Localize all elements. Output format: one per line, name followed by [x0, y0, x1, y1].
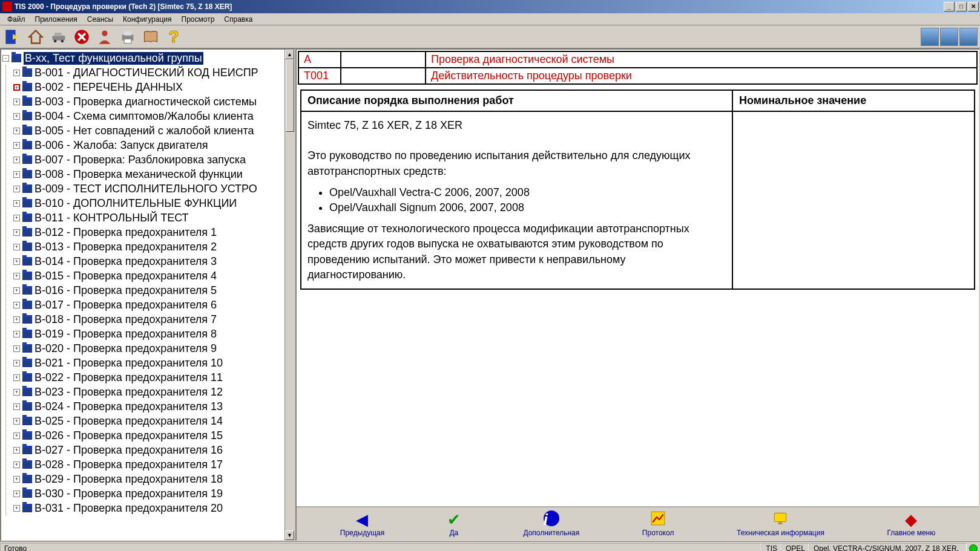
tree-item[interactable]: +B-016 - Проверка предохранителя 5	[13, 283, 283, 298]
expand-icon[interactable]: +	[13, 476, 20, 483]
expand-icon[interactable]: +	[13, 186, 20, 192]
tree-item[interactable]: +B-013 - Проверка предохранителя 2	[13, 240, 283, 254]
collapse-icon[interactable]: -	[2, 55, 9, 62]
tree-item[interactable]: +B-031 - Проверка предохранителя 20	[13, 501, 283, 515]
expand-icon[interactable]: +	[13, 244, 20, 250]
menu-file[interactable]: Файл	[2, 14, 30, 25]
folder-icon	[22, 489, 32, 498]
expand-icon[interactable]: +	[13, 461, 20, 468]
expand-icon[interactable]: +	[13, 215, 20, 221]
tree-item[interactable]: +B-004 - Схема симптомов/Жалобы клиента	[13, 109, 283, 123]
expand-icon[interactable]: +	[13, 389, 20, 396]
tree-item[interactable]: +B-024 - Проверка предохранителя 13	[13, 399, 283, 414]
scroll-thumb[interactable]	[286, 59, 294, 132]
expand-icon[interactable]: +	[13, 360, 20, 367]
menu-config[interactable]: Конфигурация	[118, 14, 177, 25]
expand-icon[interactable]: +	[13, 157, 20, 163]
tree-item-label: B-028 - Проверка предохранителя 17	[35, 458, 223, 471]
tree-item[interactable]: +B-017 - Проверка предохранителя 6	[13, 298, 283, 312]
right-tool-2[interactable]	[940, 28, 958, 46]
expand-icon[interactable]: +	[13, 287, 20, 294]
extra-button[interactable]: i Дополнительная	[523, 510, 579, 537]
book-icon[interactable]	[140, 27, 161, 47]
scroll-down-icon[interactable]: ▼	[285, 530, 294, 540]
tree-item[interactable]: +B-010 - ДОПОЛНИТЕЛЬНЫЕ ФУНКЦИИ	[13, 196, 283, 210]
tree-item[interactable]: +B-025 - Проверка предохранителя 14	[13, 414, 283, 428]
tree-item[interactable]: +B-002 - ПЕРЕЧЕНЬ ДАННЫХ	[13, 80, 283, 94]
tree-item[interactable]: +B-001 - ДИАГНОСТИЧЕСКИЙ КОД НЕИСПР	[13, 65, 283, 80]
expand-icon[interactable]: +	[13, 128, 20, 134]
menu-apps[interactable]: Приложения	[30, 14, 82, 25]
tree-item[interactable]: +B-019 - Проверка предохранителя 8	[13, 327, 283, 341]
tree-item[interactable]: +B-009 - ТЕСТ ИСПОЛНИТЕЛЬНОГО УСТРО	[13, 181, 283, 196]
scroll-up-icon[interactable]: ▲	[285, 50, 294, 59]
tree-item[interactable]: +B-012 - Проверка предохранителя 1	[13, 225, 283, 240]
expand-icon[interactable]: +	[13, 99, 20, 105]
expand-icon[interactable]: +	[13, 113, 20, 120]
stop-icon[interactable]	[71, 27, 92, 47]
tree-item[interactable]: +B-023 - Проверка предохранителя 12	[13, 385, 283, 399]
menu-help[interactable]: Справка	[219, 14, 257, 25]
techinfo-button[interactable]: Техническая информация	[737, 510, 824, 537]
tree-item[interactable]: +B-027 - Проверка предохранителя 16	[13, 443, 283, 457]
expand-icon[interactable]: +	[13, 331, 20, 337]
tree-item[interactable]: +B-014 - Проверка предохранителя 3	[13, 254, 283, 269]
expand-icon[interactable]: +	[13, 447, 20, 454]
menu-sessions[interactable]: Сеансы	[82, 14, 118, 25]
minimize-button[interactable]: _	[944, 2, 955, 11]
tree-item[interactable]: +B-026 - Проверка предохранителя 15	[13, 428, 283, 443]
tree-item[interactable]: +B-007 - Проверка: Разблокировка запуска	[13, 152, 283, 167]
expand-icon[interactable]: +	[13, 142, 20, 149]
expand-icon[interactable]: +	[13, 229, 20, 236]
expand-icon[interactable]: +	[13, 432, 20, 439]
tree-item[interactable]: +B-008 - Проверка механической функции	[13, 167, 283, 181]
tree-item[interactable]: +B-030 - Проверка предохранителя 19	[13, 486, 283, 501]
tree-item[interactable]: +B-006 - Жалоба: Запуск двигателя	[13, 138, 283, 152]
right-tool-3[interactable]	[959, 28, 978, 46]
exit-icon[interactable]	[2, 27, 23, 47]
expand-icon[interactable]: +	[13, 505, 20, 512]
tree-item[interactable]: +B-021 - Проверка предохранителя 10	[13, 356, 283, 370]
expand-icon[interactable]: +	[13, 316, 20, 323]
help-icon[interactable]: ?	[163, 27, 184, 47]
maximize-button[interactable]: □	[956, 2, 967, 11]
tree-item[interactable]: +B-022 - Проверка предохранителя 11	[13, 370, 283, 385]
expand-icon[interactable]: +	[13, 345, 20, 352]
person-icon[interactable]	[94, 27, 115, 47]
tree-item[interactable]: +B-018 - Проверка предохранителя 7	[13, 312, 283, 327]
mainmenu-button[interactable]: ◆ Главное меню	[887, 510, 935, 537]
expand-icon[interactable]: +	[13, 418, 20, 425]
tree-item[interactable]: +B-028 - Проверка предохранителя 17	[13, 457, 283, 472]
expand-icon[interactable]: +	[13, 258, 20, 265]
prev-button[interactable]: ◀ Предыдущая	[340, 510, 384, 537]
expand-icon[interactable]: +	[13, 273, 20, 279]
tree-item[interactable]: +B-015 - Проверка предохранителя 4	[13, 269, 283, 283]
tree-item[interactable]: +B-011 - КОНТРОЛЬНЫЙ ТЕСТ	[13, 210, 283, 225]
expand-icon[interactable]: +	[13, 374, 20, 381]
expand-icon[interactable]: +	[13, 70, 20, 76]
folder-icon	[22, 68, 32, 77]
menu-view[interactable]: Просмотр	[177, 14, 220, 25]
tree-panel: - B-xx, Тест функциональной группы +B-00…	[0, 48, 295, 541]
expand-icon[interactable]: +	[13, 302, 20, 308]
tree-root-node[interactable]: - B-xx, Тест функциональной группы	[2, 51, 283, 65]
tree-item[interactable]: +B-020 - Проверка предохранителя 9	[13, 341, 283, 356]
expand-icon[interactable]: +	[13, 171, 20, 178]
tree-item[interactable]: +B-005 - Нет совпадений с жалобой клиент…	[13, 123, 283, 138]
expand-icon[interactable]: +	[13, 200, 20, 207]
tree-scrollbar[interactable]: ▲ ▼	[284, 50, 294, 540]
right-tool-1[interactable]	[921, 28, 939, 46]
expand-icon[interactable]: +	[13, 403, 20, 410]
svg-point-3	[61, 39, 64, 42]
expand-icon[interactable]: +	[13, 491, 20, 497]
home-icon[interactable]	[25, 27, 46, 47]
print-icon[interactable]	[117, 27, 138, 47]
expand-icon[interactable]: +	[13, 84, 20, 91]
menu-bar: Файл Приложения Сеансы Конфигурация Прос…	[0, 13, 980, 25]
tree-item[interactable]: +B-029 - Проверка предохранителя 18	[13, 472, 283, 486]
tree-item[interactable]: +B-003 - Проверка диагностической систем…	[13, 94, 283, 109]
car-icon[interactable]	[48, 27, 69, 47]
yes-button[interactable]: ✔ Да	[447, 510, 461, 537]
protocol-button[interactable]: Протокол	[642, 510, 674, 537]
close-button[interactable]: ✕	[968, 2, 979, 11]
